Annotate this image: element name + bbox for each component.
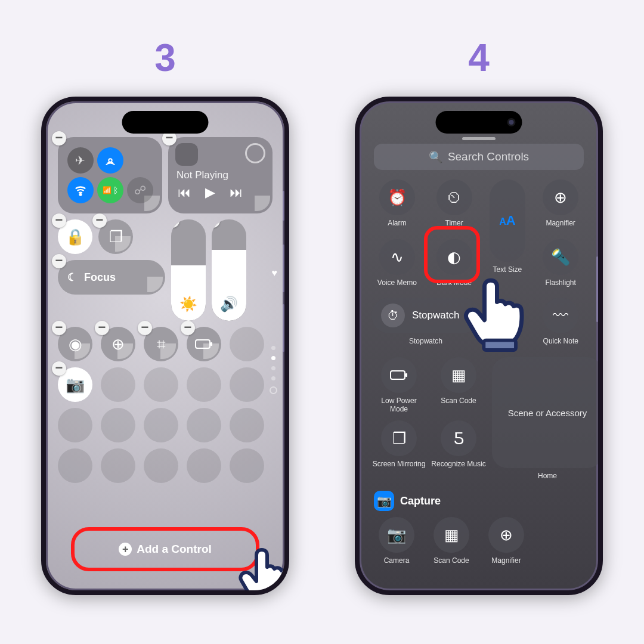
add-control-button[interactable]: + Add a Control (71, 527, 259, 571)
resize-handle[interactable] (147, 277, 163, 292)
empty-slot[interactable] (187, 448, 221, 483)
empty-slot[interactable] (230, 327, 264, 361)
play-icon[interactable]: ▶ (205, 185, 215, 200)
quick-note-icon: 〰 (543, 298, 578, 333)
personal-hotspot-icon[interactable]: ☍ (127, 177, 153, 203)
empty-slot[interactable] (187, 367, 221, 402)
dynamic-island (436, 111, 522, 134)
control-voice-memo[interactable]: ∿Voice Memo (371, 239, 423, 295)
resize-handle[interactable] (75, 384, 90, 400)
control-recognize-music[interactable]: ƼRecognize Music (431, 420, 486, 480)
page-indicator[interactable] (270, 346, 277, 394)
search-icon: 🔍 (429, 150, 443, 164)
empty-slot[interactable] (230, 448, 264, 483)
step-number-3: 3 (154, 36, 176, 80)
control-magnifier-2[interactable]: ⊕Magnifier (481, 517, 531, 573)
brightness-slider[interactable]: −☀️ (171, 219, 206, 321)
control-flashlight[interactable]: 🔦Flashlight (535, 239, 586, 295)
camera-icon[interactable]: −📷 (58, 367, 92, 402)
svg-rect-5 (405, 373, 407, 377)
airplane-icon[interactable]: ✈ (67, 147, 94, 174)
control-text-size[interactable]: AA (490, 179, 525, 262)
remove-icon[interactable]: − (171, 219, 179, 228)
now-playing-label: Not Playing (175, 166, 265, 185)
remove-icon[interactable]: − (52, 254, 66, 268)
magnifier-icon[interactable]: −⊕ (101, 327, 135, 361)
cellular-bluetooth-icon[interactable]: 📶ᛒ (97, 177, 123, 203)
add-control-label: Add a Control (137, 543, 212, 556)
svg-point-0 (109, 159, 112, 162)
remove-icon[interactable]: − (212, 219, 220, 228)
sheet-grabber[interactable] (462, 137, 496, 140)
svg-point-1 (79, 194, 81, 196)
camera-app-icon: 📷 (374, 491, 394, 511)
empty-slot[interactable] (101, 448, 135, 483)
empty-slot[interactable] (101, 367, 135, 402)
empty-slot[interactable] (144, 448, 178, 483)
screen-mirroring-icon: ❐ (381, 420, 417, 456)
recognize-music-icon: Ƽ (441, 420, 476, 456)
flashlight-icon: 🔦 (543, 239, 578, 275)
alarm-icon: ⏰ (379, 179, 415, 215)
phone-step-4: 🔍Search Controls ⏰Alarm ∿Voice Memo ⏲Tim… (355, 97, 603, 595)
control-scan-code[interactable]: ▦Scan Code (431, 357, 486, 417)
pointer-hand-icon (457, 271, 541, 354)
focus-label: Focus (84, 271, 116, 284)
empty-slot[interactable] (101, 408, 135, 442)
remove-icon[interactable]: − (52, 213, 66, 228)
empty-slot[interactable] (58, 448, 92, 483)
remove-icon[interactable]: − (52, 361, 66, 376)
svg-rect-4 (391, 371, 405, 379)
control-scene-accessory[interactable]: Scene or Accessory (492, 357, 603, 468)
control-quick-note[interactable]: 〰Quick Note (535, 298, 587, 354)
airplay-audio-icon[interactable] (245, 143, 265, 163)
resize-handle[interactable] (75, 343, 90, 359)
search-input[interactable]: 🔍Search Controls (374, 144, 584, 170)
wifi-icon[interactable] (67, 177, 94, 203)
forward-icon[interactable]: ⏭ (230, 185, 243, 200)
resize-handle[interactable] (203, 343, 219, 359)
control-magnifier[interactable]: ⊕Magnifier (535, 179, 586, 236)
resize-handle[interactable] (117, 343, 133, 359)
empty-slot[interactable] (230, 408, 264, 442)
album-art-placeholder (175, 143, 198, 166)
connectivity-module[interactable]: − ✈ 📶ᛒ ☍ (58, 137, 162, 213)
empty-slot[interactable] (187, 408, 221, 442)
rewind-icon[interactable]: ⏮ (178, 185, 191, 200)
control-alarm[interactable]: ⏰Alarm (371, 179, 423, 236)
empty-slot[interactable] (58, 408, 92, 442)
orientation-lock-toggle[interactable]: −🔒 (58, 219, 92, 254)
remove-icon[interactable]: − (52, 131, 66, 145)
control-scan-code-2[interactable]: ▦Scan Code (426, 517, 476, 573)
scan-code-icon: ▦ (434, 517, 469, 553)
search-placeholder: Search Controls (448, 150, 529, 163)
control-screen-mirroring[interactable]: ❐Screen Mirroring (371, 420, 426, 480)
empty-slot[interactable] (144, 367, 178, 402)
resize-handle[interactable] (75, 236, 90, 252)
magnifier-icon: ⊕ (543, 179, 578, 215)
calculator-icon[interactable]: −⌗ (144, 327, 178, 361)
screen-record-icon[interactable]: −◉ (58, 327, 92, 361)
remove-icon[interactable]: − (92, 213, 107, 228)
control-low-power[interactable]: Low Power Mode (371, 357, 426, 417)
empty-slot[interactable] (230, 367, 264, 402)
battery-icon[interactable]: − (187, 327, 221, 361)
camera-icon: 📷 (379, 517, 414, 553)
pointer-hand-icon (233, 539, 289, 595)
remove-icon[interactable]: − (95, 321, 109, 335)
now-playing-module[interactable]: − Not Playing ⏮ ▶ ⏭ (168, 137, 273, 213)
empty-slot[interactable] (144, 408, 178, 442)
dynamic-island (122, 111, 209, 134)
resize-handle[interactable] (255, 196, 270, 211)
remove-icon[interactable]: − (52, 321, 66, 335)
remove-icon[interactable]: − (138, 321, 152, 335)
screen-mirroring-toggle[interactable]: −❐ (98, 219, 133, 254)
volume-slider[interactable]: −🔊 (212, 219, 246, 321)
airdrop-icon[interactable] (97, 147, 123, 174)
remove-icon[interactable]: − (181, 321, 195, 335)
low-power-icon (381, 357, 417, 393)
control-camera[interactable]: 📷Camera (371, 517, 422, 573)
focus-button[interactable]: −☾Focus (58, 260, 165, 295)
plus-icon: + (119, 543, 132, 556)
resize-handle[interactable] (160, 343, 176, 359)
